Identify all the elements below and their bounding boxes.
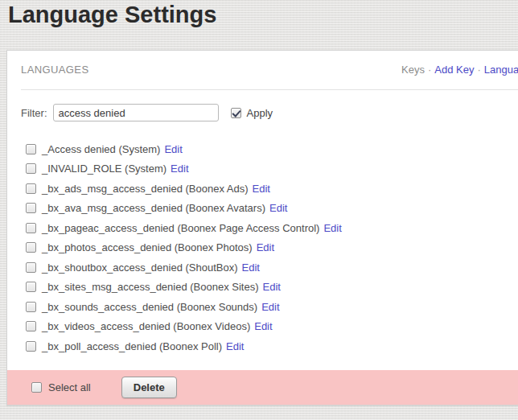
nav-link-language[interactable]: Language [484, 64, 518, 76]
action-bar: Select all Delete [7, 370, 518, 405]
key-label: _INVALID_ROLE (System) [42, 163, 166, 175]
delete-button[interactable]: Delete [121, 377, 177, 398]
nav-link-add-key[interactable]: Add Key [434, 64, 474, 76]
key-edit-link[interactable]: Edit [242, 261, 260, 274]
panel-title: LANGUAGES [21, 64, 89, 76]
key-label: _bx_videos_access_denied (Boonex Videos) [42, 320, 250, 332]
key-row: _Access denied (System) Edit [26, 139, 518, 159]
key-edit-link[interactable]: Edit [164, 143, 182, 155]
apply-checkbox[interactable] [231, 108, 241, 118]
key-row: _bx_poll_access_denied (Boonex Poll) Edi… [26, 336, 518, 356]
nav-item-keys[interactable]: Keys [401, 64, 425, 76]
key-checkbox[interactable] [26, 163, 36, 174]
key-row: _bx_photos_access_denied (Boonex Photos)… [26, 238, 518, 258]
key-label: _bx_ava_msg_access_denied (Boonex Avatar… [42, 202, 265, 214]
key-row: _bx_shoutbox_access_denied (ShoutBox) Ed… [26, 257, 518, 278]
header-divider [21, 89, 518, 90]
key-edit-link[interactable]: Edit [263, 281, 281, 293]
key-label: _bx_ads_msg_access_denied (Boonex Ads) [42, 183, 249, 195]
key-checkbox[interactable] [26, 321, 36, 331]
key-edit-link[interactable]: Edit [171, 163, 188, 175]
panel-nav: Keys·Add Key·Language [401, 64, 518, 76]
key-row: _bx_sites_msg_access_denied (Boonex Site… [26, 278, 518, 298]
key-row: _bx_pageac_access_denied (Boonex Page Ac… [26, 218, 518, 238]
language-key-list: _Access denied (System) Edit _INVALID_RO… [26, 139, 518, 356]
key-edit-link[interactable]: Edit [261, 301, 279, 313]
key-checkbox[interactable] [26, 262, 36, 273]
filter-label: Filter: [21, 107, 47, 119]
key-label: _bx_sites_msg_access_denied (Boonex Site… [42, 281, 259, 293]
filter-row: Filter: Apply [21, 102, 273, 123]
nav-separator: · [428, 64, 431, 76]
languages-panel: LANGUAGES Keys·Add Key·Language Filter: … [6, 50, 518, 406]
key-checkbox[interactable] [26, 341, 36, 352]
key-label: _bx_pageac_access_denied (Boonex Page Ac… [42, 222, 319, 234]
key-checkbox[interactable] [26, 223, 36, 233]
key-checkbox[interactable] [26, 203, 36, 213]
select-all-label: Select all [48, 381, 91, 393]
page-title: Language Settings [8, 2, 216, 28]
key-row: _bx_videos_access_denied (Boonex Videos)… [26, 317, 518, 337]
key-edit-link[interactable]: Edit [257, 241, 274, 253]
key-checkbox[interactable] [26, 183, 36, 194]
key-label: _bx_sounds_access_denied (Boonex Sounds) [42, 301, 257, 313]
nav-separator: · [477, 64, 480, 76]
key-row: _bx_ava_msg_access_denied (Boonex Avatar… [26, 199, 518, 219]
key-edit-link[interactable]: Edit [226, 340, 244, 352]
key-row: _bx_ads_msg_access_denied (Boonex Ads) E… [26, 179, 518, 199]
filter-input[interactable] [53, 104, 219, 121]
key-row: _INVALID_ROLE (System) Edit [26, 159, 518, 179]
key-checkbox[interactable] [26, 144, 36, 154]
key-checkbox[interactable] [26, 302, 36, 312]
key-label: _Access denied (System) [42, 143, 160, 155]
key-edit-link[interactable]: Edit [254, 320, 272, 332]
key-checkbox[interactable] [26, 282, 36, 292]
key-edit-link[interactable]: Edit [253, 183, 270, 195]
key-label: _bx_photos_access_denied (Boonex Photos) [42, 241, 253, 253]
apply-label: Apply [247, 107, 273, 119]
select-all-checkbox[interactable] [31, 382, 42, 393]
key-edit-link[interactable]: Edit [323, 222, 341, 234]
key-label: _bx_shoutbox_access_denied (ShoutBox) [42, 261, 238, 274]
key-checkbox[interactable] [26, 242, 36, 253]
key-label: _bx_poll_access_denied (Boonex Poll) [42, 340, 222, 352]
key-edit-link[interactable]: Edit [269, 202, 287, 214]
key-row: _bx_sounds_access_denied (Boonex Sounds)… [26, 297, 518, 317]
